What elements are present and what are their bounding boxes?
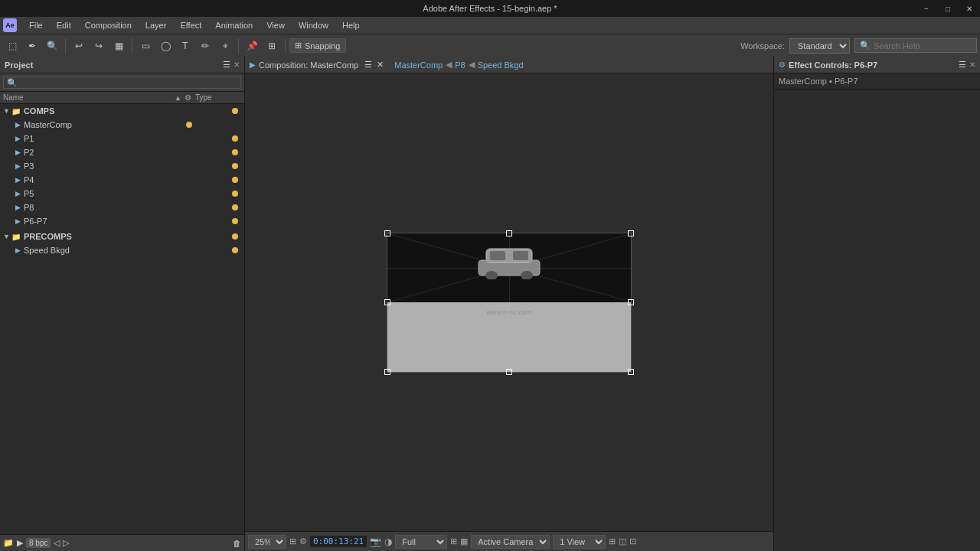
handle-bottom-right[interactable] (628, 369, 634, 375)
search-help-box[interactable]: 🔍 (854, 38, 977, 53)
project-item-mastercomp[interactable]: ▶ MasterComp (0, 118, 244, 132)
new-folder-icon[interactable]: 📁 (3, 538, 14, 548)
project-item-speedbkgd[interactable]: ▶ Speed Bkgd (0, 243, 244, 257)
brush-tool[interactable]: ✏ (196, 37, 214, 55)
fit-icon[interactable]: ⊞ (289, 536, 296, 546)
handle-bottom-center[interactable] (506, 369, 512, 375)
text-tool[interactable]: T (176, 37, 194, 55)
handle-bottom-left[interactable] (384, 369, 390, 375)
trash-icon[interactable]: 🗑 (233, 539, 241, 548)
camera-tool[interactable]: ⊞ (263, 37, 281, 55)
toolbar-separator-1 (65, 38, 66, 54)
project-search-input[interactable] (3, 77, 241, 89)
shape-ellipse[interactable]: ◯ (156, 37, 175, 55)
project-item-p4[interactable]: ▶ P4 (0, 173, 244, 187)
folder-precomps[interactable]: ▼ 📁 PRECOMPS (0, 230, 244, 243)
camera-snapshot-icon[interactable]: 📷 (370, 536, 381, 547)
zoom-select[interactable]: 25% 50% 100% (248, 535, 286, 549)
menu-help[interactable]: Help (336, 19, 366, 31)
close-button[interactable]: ✕ (959, 0, 980, 17)
project-item-p3[interactable]: ▶ P3 (0, 159, 244, 173)
comp-timecode[interactable]: 0:00:13:21 (310, 536, 367, 547)
active-camera-select[interactable]: Active Camera (471, 535, 550, 549)
flow-right-icon[interactable]: ▷ (63, 538, 69, 548)
comp-close-icon[interactable]: ✕ (377, 60, 384, 70)
quality-select[interactable]: Full Half Quarter (395, 535, 447, 549)
p4-label: P4 (24, 175, 232, 184)
composition-header: ▶ Composition: MasterComp ☰ ✕ MasterComp… (245, 57, 773, 73)
3d-view-icon[interactable]: ◫ (619, 536, 626, 546)
project-item-p8[interactable]: ▶ P8 (0, 201, 244, 214)
handle-mid-right[interactable] (628, 299, 634, 305)
effect-content (774, 90, 980, 551)
p3-icon: ▶ (15, 162, 21, 170)
snapping-label: Snapping (305, 41, 341, 51)
transparency-icon[interactable]: ◑ (384, 536, 392, 547)
menu-effect[interactable]: Effect (174, 19, 207, 31)
composition-toolbar: 25% 50% 100% ⊞ ⚙ 0:00:13:21 📷 ◑ Full Hal… (245, 531, 773, 551)
snapping-icon: ⊞ (295, 41, 302, 51)
minimize-button[interactable]: − (916, 0, 937, 17)
comp-view-options[interactable]: ⊡ (629, 536, 636, 546)
project-item-p1[interactable]: ▶ P1 (0, 132, 244, 145)
folder-comps[interactable]: ▼ 📁 COMPS (0, 104, 244, 118)
project-search-bar (0, 73, 244, 92)
overlay-icon[interactable]: ▦ (460, 536, 468, 546)
effect-panel-menu[interactable]: ☰ (959, 60, 966, 70)
maximize-button[interactable]: □ (937, 0, 959, 17)
select-tool[interactable]: ⬚ (3, 37, 21, 55)
project-item-p5[interactable]: ▶ P5 (0, 187, 244, 201)
pen-tool[interactable]: ✒ (23, 37, 41, 55)
project-item-p6p7[interactable]: ▶ P6-P7 (0, 214, 244, 228)
effect-panel-close[interactable]: ✕ (969, 60, 975, 69)
menu-window[interactable]: Window (292, 19, 335, 31)
breadcrumb-p8[interactable]: P8 (455, 60, 465, 70)
undo-tool[interactable]: ↩ (70, 37, 88, 55)
comps-color-dot (232, 108, 238, 114)
pin-tool[interactable]: 📌 (243, 37, 261, 55)
p1-icon: ▶ (15, 135, 21, 142)
new-comp-icon[interactable]: ▶ (17, 538, 23, 548)
menu-file[interactable]: File (23, 19, 49, 31)
project-panel-menu[interactable]: ☰ (223, 60, 230, 70)
comp-icon: ▶ (250, 60, 256, 69)
handle-top-center[interactable] (506, 230, 512, 236)
project-item-p2[interactable]: ▶ P2 (0, 145, 244, 159)
project-panel-close[interactable]: ✕ (234, 60, 240, 69)
handle-top-right[interactable] (628, 230, 634, 236)
clone-tool[interactable]: ⌖ (216, 37, 234, 55)
search-help-input[interactable] (874, 41, 972, 51)
comp-menu-icon[interactable]: ☰ (364, 60, 372, 70)
redo-tool[interactable]: ↪ (90, 37, 108, 55)
handle-top-left[interactable] (384, 230, 390, 236)
menu-composition[interactable]: Composition (79, 19, 138, 31)
p2-label: P2 (24, 148, 232, 157)
toolbar-separator-3 (238, 38, 239, 54)
flow-left-icon[interactable]: ◁ (54, 538, 60, 548)
project-panel: Project ☰ ✕ Name ▲ ⚙ Type ▼ 📁 COMPS ▶ (0, 57, 245, 551)
watermark-text: www.rr-sc.com (487, 308, 532, 316)
menu-view[interactable]: View (260, 19, 291, 31)
view-options-icon[interactable]: ⊞ (609, 536, 616, 546)
menu-layer[interactable]: Layer (139, 19, 173, 31)
project-columns: Name ▲ ⚙ Type (0, 92, 244, 104)
shape-rect[interactable]: ▭ (136, 37, 155, 55)
handle-mid-left[interactable] (384, 299, 390, 305)
breadcrumb-mastercomp[interactable]: MasterComp (394, 60, 443, 70)
p2-icon: ▶ (15, 148, 21, 156)
views-select[interactable]: 1 View 2 Views 4 Views (553, 535, 606, 549)
menu-edit[interactable]: Edit (51, 19, 77, 31)
mastercomp-label: MasterComp (24, 120, 186, 129)
snapping-toggle[interactable]: ⊞ Snapping (289, 38, 346, 53)
composition-view: www.rr-sc.com (245, 73, 773, 531)
svg-rect-7 (513, 251, 528, 260)
breadcrumb-speedbkgd[interactable]: Speed Bkgd (478, 60, 524, 70)
zoom-tool[interactable]: 🔍 (43, 37, 61, 55)
p4-icon: ▶ (15, 176, 21, 184)
render-tool[interactable]: ▦ (109, 37, 128, 55)
window-controls: − □ ✕ (916, 0, 980, 17)
comp-settings-icon[interactable]: ⚙ (299, 536, 307, 546)
workspace-select[interactable]: Standard (789, 38, 850, 54)
menu-animation[interactable]: Animation (209, 19, 259, 31)
grid-icon[interactable]: ⊞ (450, 536, 457, 546)
